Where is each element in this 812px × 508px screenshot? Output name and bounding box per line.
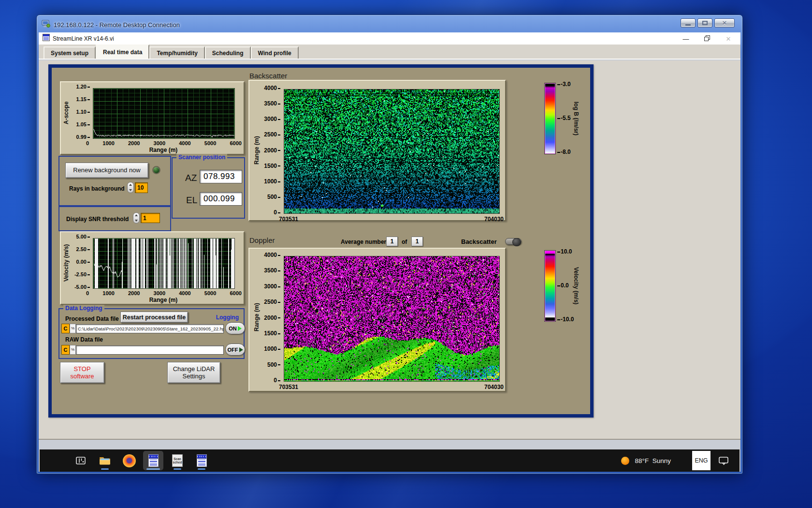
taskbar-app-icons: Scansched: [71, 451, 212, 470]
taskbar-icon-second-vi[interactable]: [191, 451, 212, 470]
tab-temp-humidity[interactable]: Temp/humidity: [149, 46, 204, 59]
app-minimize-button[interactable]: —: [682, 35, 690, 43]
tick-label: 6000: [230, 140, 241, 146]
rays-in-background-label: Rays in background: [69, 185, 125, 192]
tick-label: 2500: [264, 299, 280, 305]
tick-label: 2.50: [76, 247, 90, 252]
rdp-computer-icon: [42, 20, 50, 30]
processed-logging-on-button[interactable]: ON: [225, 322, 245, 334]
tick-label: 4000: [179, 290, 190, 296]
rays-spinner[interactable]: [127, 182, 134, 193]
taskbar-icon-scan-scheduler[interactable]: Scansched: [167, 451, 188, 470]
tick-label: -2.50: [74, 272, 90, 277]
el-value-display: 000.099: [200, 192, 242, 206]
taskbar-icon-file-explorer[interactable]: [95, 451, 115, 470]
backscatter-colorbar-ticks: -3.0-5.5-8.0: [557, 81, 571, 155]
tick-label: 4000: [264, 86, 280, 91]
tick-label: 2500: [264, 132, 280, 137]
tick-label: 4000: [179, 140, 190, 146]
tick-label: 1.20: [76, 84, 90, 90]
tick-label: 1000: [102, 140, 114, 146]
firefox-icon: [123, 454, 136, 467]
tick-label: -10.0: [557, 316, 574, 322]
tick-label: -8.0: [557, 149, 571, 155]
rdp-minimize-button[interactable]: [681, 18, 696, 28]
average-total-field[interactable]: 1: [411, 237, 423, 246]
average-number-field[interactable]: 1: [386, 237, 398, 246]
app-window-controls: — ✕: [682, 32, 733, 45]
off-led-icon: [239, 347, 243, 352]
doppler-y-axis-label: Range (m): [253, 256, 260, 379]
tick-label: 4000: [264, 253, 280, 258]
tick-label: 1.10: [76, 109, 90, 115]
processed-drive-box[interactable]: C: [61, 324, 70, 333]
raw-logging-off-button[interactable]: OFF: [225, 344, 245, 356]
rdp-titlebar[interactable]: 192.168.0.122 - Remote Desktop Connectio…: [39, 17, 740, 32]
processed-browse-icon[interactable]: %: [70, 324, 76, 333]
tick-label: 2000: [128, 290, 140, 296]
taskbar-icon-streamline-vi[interactable]: [143, 451, 163, 470]
backscatter-toggle-switch[interactable]: [505, 238, 522, 245]
chat-icon[interactable]: [718, 456, 729, 465]
raw-path-field[interactable]: [76, 345, 224, 355]
stop-software-button[interactable]: STOP software: [60, 362, 104, 383]
running-indicator: [174, 468, 181, 470]
backscatter-section-title: Backscatter: [249, 72, 287, 80]
snr-threshold-label: Display SNR threshold: [66, 216, 129, 223]
processed-path-field[interactable]: C:\Lidar\Data\Proc\2023\202309\20230905\…: [76, 324, 224, 333]
tick-label: 500: [267, 362, 280, 368]
minimize-icon: [685, 24, 691, 26]
velocity-canvas: [93, 239, 234, 288]
doppler-colorbar-label: Velocity (m/s): [573, 259, 580, 313]
rdp-window: 192.168.0.122 - Remote Desktop Connectio…: [36, 15, 743, 474]
az-value-display: 078.993: [200, 170, 242, 183]
tick-label: 0: [274, 210, 280, 215]
tab-scheduling[interactable]: Scheduling: [205, 46, 251, 59]
raw-data-file-label: RAW Data file: [65, 336, 103, 343]
app-vi-icon: [43, 34, 50, 43]
ascope-plot-area: [93, 88, 235, 139]
background-controls-group: Renew background now Rays in background …: [58, 156, 171, 206]
logging-label: Logging: [216, 314, 239, 321]
velocity-graph: Velocity (m/s) 5.002.500.00-2.50-5.00 01…: [60, 231, 245, 305]
snr-value-field[interactable]: 1: [141, 213, 160, 223]
velocity-x-ticks: 0100020003000400050006000: [86, 290, 242, 296]
decrement-icon: [129, 189, 132, 191]
labview-vi-icon: [148, 454, 159, 467]
weather-sun-icon[interactable]: [621, 457, 629, 465]
tick-label: 2000: [264, 148, 280, 153]
app-close-button[interactable]: ✕: [724, 35, 733, 43]
tick-label: -3.0: [557, 81, 571, 87]
maximize-icon: [702, 21, 708, 25]
tab-wind-profile[interactable]: Wind profile: [251, 46, 299, 59]
backscatter-x-ticks: 703531 704030: [279, 216, 504, 223]
rdp-close-button[interactable]: ✕: [714, 18, 735, 28]
tab-system-setup[interactable]: System setup: [44, 46, 96, 59]
taskbar-icon-firefox[interactable]: [119, 451, 139, 470]
change-lidar-settings-button[interactable]: Change LiDAR Settings: [167, 362, 220, 383]
restart-processed-file-button[interactable]: Restart processed file: [120, 312, 188, 323]
ascope-x-ticks: 0100020003000400050006000: [86, 140, 242, 146]
doppler-section-title: Doppler: [249, 236, 275, 244]
tick-label: -5.5: [557, 115, 571, 121]
tick-label: 500: [267, 194, 280, 200]
ascope-x-axis-label: Range (m): [93, 147, 234, 153]
scanner-position-group: Scanner position AZ 078.993 EL 000.099: [172, 157, 245, 219]
snr-spinner[interactable]: [133, 212, 140, 224]
app-restore-button[interactable]: [703, 35, 711, 43]
raw-browse-icon[interactable]: %: [70, 345, 76, 355]
tab-real-time-data[interactable]: Real time data: [96, 45, 149, 59]
ascope-canvas: [93, 89, 234, 138]
rays-value-field[interactable]: 10: [135, 182, 148, 193]
weather-text[interactable]: 88°F Sunny: [635, 457, 671, 464]
app-titlebar[interactable]: StreamLine XR v14-6.vi — ✕: [39, 32, 740, 45]
tick-label: 1000: [264, 179, 280, 184]
rdp-window-controls: ✕: [681, 18, 735, 28]
language-indicator[interactable]: ENG: [692, 451, 710, 470]
taskbar-icon-task-view[interactable]: [71, 451, 91, 470]
raw-drive-box[interactable]: C: [61, 345, 70, 355]
renew-background-button[interactable]: Renew background now: [65, 163, 148, 178]
data-logging-group: Data Logging Processed Data file Restart…: [58, 308, 245, 359]
tick-label: 3000: [154, 140, 165, 146]
rdp-maximize-button[interactable]: [697, 18, 712, 28]
